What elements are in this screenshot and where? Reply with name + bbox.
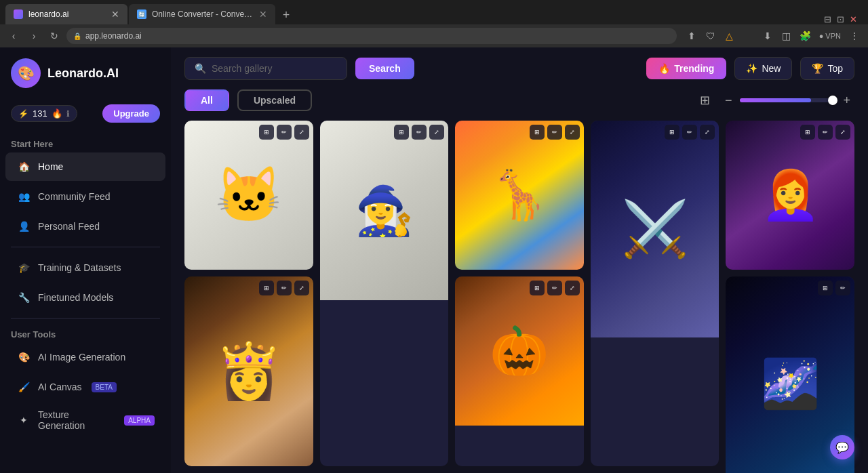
- sparkle-icon: ✨: [746, 63, 757, 74]
- action-icon-edit-9[interactable]: ✏: [835, 281, 850, 295]
- action-icon-grid-4[interactable]: ⊞: [665, 125, 679, 140]
- action-icon-grid-7[interactable]: ⊞: [530, 281, 545, 295]
- menu-button[interactable]: ⋮: [846, 28, 863, 44]
- sidebar-item-ai-image[interactable]: 🎨 AI Image Generation: [5, 343, 165, 371]
- tab-leonardo[interactable]: leonardo.ai ✕: [5, 4, 127, 24]
- action-icon-edit-2[interactable]: ✏: [412, 125, 427, 140]
- action-icon-grid-2[interactable]: ⊞: [394, 125, 409, 140]
- maximize-button[interactable]: ⊡: [837, 14, 844, 24]
- gallery-item-4[interactable]: ⚔️ ⊞ ✏ ⤢: [591, 121, 719, 466]
- close-window-button[interactable]: ✕: [850, 14, 857, 24]
- sidebar-item-personal-feed[interactable]: 👤 Personal Feed: [5, 212, 165, 241]
- main-content: 🔍 Search 🔥 Trending ✨ New 🏆 Top All Upsc…: [171, 47, 868, 473]
- topbar: 🔍 Search 🔥 Trending ✨ New 🏆 Top: [171, 47, 868, 89]
- beta-badge: BETA: [92, 382, 117, 392]
- sidebar: 🎨 Leonardo.AI ⚡ 131 🔥 ℹ Upgrade Start He…: [0, 47, 171, 473]
- tab-favicon-leonardo: [14, 9, 23, 19]
- extensions-button[interactable]: 🧩: [797, 28, 814, 44]
- filter-all-button[interactable]: All: [184, 89, 229, 111]
- tab-label-converter: Online Converter - Convert Image, Vi...: [152, 9, 254, 19]
- refresh-button[interactable]: ↻: [46, 28, 62, 44]
- zoom-in-button[interactable]: +: [839, 92, 854, 109]
- search-button[interactable]: Search: [355, 58, 414, 79]
- action-icon-grid[interactable]: ⊞: [259, 125, 274, 140]
- upgrade-button[interactable]: Upgrade: [102, 104, 160, 123]
- action-icon-edit-5[interactable]: ✏: [818, 125, 833, 140]
- sidebar-item-finetuned[interactable]: 🔧 Finetuned Models: [5, 283, 165, 312]
- action-icon-expand-4[interactable]: ⤢: [700, 125, 715, 140]
- chat-bubble-button[interactable]: 💬: [830, 435, 854, 459]
- download-button[interactable]: ⬇: [760, 28, 776, 44]
- new-button[interactable]: ✨ New: [734, 57, 792, 80]
- action-icon-expand-7[interactable]: ⤢: [565, 281, 580, 295]
- address-bar[interactable]: 🔒 app.leonardo.ai: [66, 28, 677, 44]
- finetuned-label: Finetuned Models: [38, 292, 113, 303]
- sidebar-item-ai-canvas[interactable]: 🖌️ AI Canvas BETA: [5, 373, 165, 401]
- logo-text: Leonardo.AI: [47, 66, 119, 81]
- gallery-item-2[interactable]: 🧙‍♀️ ⊞ ✏ ⤢: [320, 121, 449, 466]
- forward-button[interactable]: ›: [26, 28, 42, 44]
- grid-view-button[interactable]: ⊞: [697, 90, 713, 110]
- new-tab-button[interactable]: +: [277, 5, 296, 24]
- info-icon[interactable]: ℹ: [66, 109, 70, 119]
- tab-close-leonardo[interactable]: ✕: [111, 9, 119, 20]
- logo-avatar: 🎨: [11, 58, 41, 88]
- tab-label-leonardo: leonardo.ai: [28, 9, 68, 19]
- zoom-out-button[interactable]: −: [721, 92, 736, 109]
- sidebar-item-home[interactable]: 🏠 Home: [5, 152, 165, 181]
- gallery-item-5[interactable]: 👩‍🦰 ⊞ ✏ ⤢: [726, 121, 854, 270]
- lock-icon: 🔒: [73, 33, 81, 40]
- minimize-button[interactable]: ⊟: [824, 14, 831, 24]
- zoom-slider-thumb[interactable]: [828, 96, 837, 105]
- home-icon: 🏠: [16, 159, 31, 174]
- item-3-actions: ⊞ ✏ ⤢: [530, 125, 580, 140]
- action-icon-expand-3[interactable]: ⤢: [565, 125, 580, 140]
- browser-nav: ‹ › ↻ 🔒 app.leonardo.ai ⬆ 🛡 △ ⬇ ◫ 🧩 ● VP…: [0, 24, 868, 47]
- action-icon-grid-5[interactable]: ⊞: [800, 125, 815, 140]
- action-icon-grid-3[interactable]: ⊞: [530, 125, 545, 140]
- filter-upscaled-button[interactable]: Upscaled: [237, 89, 312, 111]
- item-6-actions: ⊞ ✏ ⤢: [259, 281, 309, 295]
- community-feed-label: Community Feed: [38, 191, 111, 202]
- gallery-item-3[interactable]: 🦒 ⊞ ✏ ⤢: [455, 121, 584, 270]
- browser-chrome: leonardo.ai ✕ 🔄 Online Converter - Conve…: [0, 0, 868, 47]
- action-icon-expand[interactable]: ⤢: [294, 125, 309, 140]
- user-credits-area: ⚡ 131 🔥 ℹ Upgrade: [0, 99, 171, 128]
- sidebar-item-community-feed[interactable]: 👥 Community Feed: [5, 182, 165, 211]
- gallery-item-7[interactable]: 🎃 ⊞ ✏ ⤢: [455, 276, 584, 466]
- home-label: Home: [38, 161, 63, 172]
- top-button[interactable]: 🏆 Top: [800, 57, 854, 80]
- back-button[interactable]: ‹: [5, 28, 22, 44]
- action-icon-expand-6[interactable]: ⤢: [294, 281, 309, 295]
- item-4-actions: ⊞ ✏ ⤢: [665, 125, 715, 140]
- sidebar-toggle[interactable]: ◫: [778, 28, 795, 44]
- sidebar-item-training[interactable]: 🎓 Training & Datasets: [5, 253, 165, 282]
- ai-image-icon: 🎨: [16, 350, 31, 365]
- action-icon-grid-6[interactable]: ⊞: [259, 281, 274, 295]
- ai-image-label: AI Image Generation: [38, 352, 125, 363]
- sidebar-divider-2: [11, 318, 160, 318]
- action-icon-expand-2[interactable]: ⤢: [429, 125, 444, 140]
- action-icon-expand-5[interactable]: ⤢: [835, 125, 850, 140]
- action-icon-edit-7[interactable]: ✏: [547, 281, 562, 295]
- alert-button[interactable]: △: [722, 28, 738, 44]
- vpn-badge[interactable]: ● VPN: [816, 28, 844, 44]
- action-icon-edit-3[interactable]: ✏: [547, 125, 562, 140]
- share-button[interactable]: ⬆: [684, 28, 700, 44]
- action-icon-edit-6[interactable]: ✏: [277, 281, 292, 295]
- tab-close-converter[interactable]: ✕: [259, 9, 267, 20]
- trending-button[interactable]: 🔥 Trending: [646, 58, 726, 79]
- trophy-icon: 🏆: [812, 63, 823, 74]
- tab-converter[interactable]: 🔄 Online Converter - Convert Image, Vi..…: [129, 4, 275, 24]
- sidebar-item-texture[interactable]: ✦ Texture Generation ALPHA: [5, 403, 165, 438]
- gallery-item-1[interactable]: 🐱 ⊞ ✏ ⤢: [184, 121, 313, 270]
- training-icon: 🎓: [16, 260, 31, 275]
- search-input[interactable]: [212, 63, 337, 74]
- action-icon-grid-9[interactable]: ⊞: [818, 281, 833, 295]
- trending-label: Trending: [674, 63, 714, 74]
- action-icon-edit[interactable]: ✏: [277, 125, 292, 140]
- gallery-item-6[interactable]: 👸 ⊞ ✏ ⤢: [184, 276, 313, 466]
- action-icon-edit-4[interactable]: ✏: [682, 125, 697, 140]
- item-9-actions: ⊞ ✏: [818, 281, 850, 295]
- shield-button[interactable]: 🛡: [703, 28, 719, 44]
